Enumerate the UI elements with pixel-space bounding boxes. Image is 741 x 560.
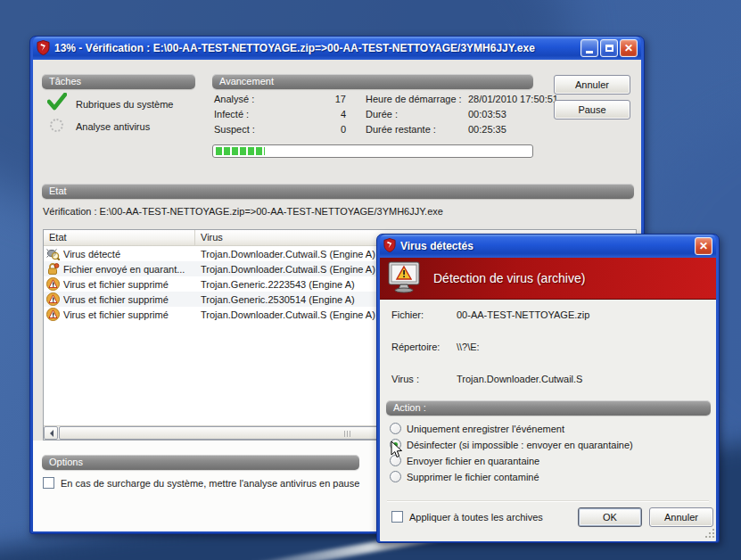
stat-label: Durée restante : bbox=[366, 124, 436, 135]
thumb-grip-icon bbox=[344, 431, 351, 437]
action-section-header: Action : bbox=[386, 400, 711, 416]
row-virus: Trojan.Generic.2530514 (Engine A) bbox=[195, 294, 355, 305]
stat-label: Durée : bbox=[366, 109, 398, 119]
directory-label: Répertoire: bbox=[391, 342, 440, 352]
radio-option-log-only[interactable]: Uniquement enregistrer l'événement bbox=[390, 422, 564, 435]
apply-all-archives-checkbox[interactable] bbox=[391, 511, 403, 523]
scan-progress-fill bbox=[216, 147, 265, 155]
pause-on-load-label: En cas de surcharge du système, mettre l… bbox=[61, 478, 359, 489]
file-value: 00-AA-TEST-NETTOYAGE.zip bbox=[457, 309, 589, 320]
dialog-cancel-button[interactable]: Annuler bbox=[649, 507, 713, 527]
virus-detection-banner: Détection de virus (archive) bbox=[380, 258, 716, 300]
file-label: Fichier: bbox=[391, 309, 424, 320]
stat-label: Infecté : bbox=[214, 109, 249, 119]
stat-row: Suspect : 0 Durée restante : 00:25:35 bbox=[212, 124, 631, 138]
divider bbox=[387, 500, 709, 501]
radio-label: Désinfecter (si impossible : envoyer en … bbox=[407, 440, 633, 450]
app-shield-icon bbox=[383, 238, 396, 254]
row-status: Virus détecté bbox=[63, 249, 120, 259]
close-button[interactable]: ✕ bbox=[620, 39, 638, 57]
close-icon: ✕ bbox=[624, 43, 633, 54]
task-item-antivirus: Analyse antivirus bbox=[76, 121, 150, 132]
desktop: 13% - Vérification : E:\00-AA-TEST-NETTO… bbox=[0, 0, 741, 560]
status-section-header: Etat bbox=[42, 184, 634, 199]
main-window-title: 13% - Vérification : E:\00-AA-TEST-NETTO… bbox=[54, 42, 576, 54]
resize-grip[interactable] bbox=[704, 528, 715, 540]
row-status: Virus et fichier supprimé bbox=[63, 279, 169, 290]
stat-label: Suspect : bbox=[214, 124, 255, 135]
scroll-left-button[interactable] bbox=[44, 426, 58, 440]
app-shield-icon bbox=[37, 40, 50, 57]
row-status: Fichier envoyé en quarant... bbox=[63, 264, 185, 275]
minimize-icon bbox=[586, 51, 593, 54]
minimize-button[interactable] bbox=[580, 39, 598, 57]
row-virus: Trojan.Downloader.Cutwail.S (Engine A) bbox=[195, 249, 375, 259]
scan-progress-bar bbox=[212, 144, 533, 158]
warning-icon bbox=[46, 277, 60, 291]
directory-value: \\?\E: bbox=[457, 342, 480, 352]
radio-label: Envoyer fichier en quarantaine bbox=[407, 456, 539, 466]
row-virus: Trojan.Downloader.Cutwail.S (Engine A) bbox=[195, 264, 375, 275]
monitor-warning-icon bbox=[387, 260, 424, 296]
stat-value: 4 bbox=[297, 109, 346, 119]
dialog-close-button[interactable]: ✕ bbox=[695, 237, 712, 255]
mouse-cursor bbox=[391, 441, 403, 461]
spinner-icon bbox=[50, 119, 63, 132]
main-window-titlebar[interactable]: 13% - Vérification : E:\00-AA-TEST-NETTO… bbox=[33, 37, 641, 60]
row-virus: Trojan.Downloader.Cutwail.S (Engine A) bbox=[195, 309, 375, 320]
arrow-left-icon bbox=[46, 430, 54, 437]
radio-icon bbox=[390, 471, 401, 482]
maximize-icon bbox=[605, 45, 613, 52]
cancel-scan-button[interactable]: Annuler bbox=[554, 75, 630, 95]
quarantine-lock-icon bbox=[46, 262, 60, 276]
maximize-button[interactable] bbox=[600, 39, 618, 57]
row-status: Virus et fichier supprimé bbox=[63, 309, 169, 320]
stat-label: Analysé : bbox=[214, 94, 254, 104]
current-scan-path: Vérification : E:\00-AA-TEST-NETTOYAGE.z… bbox=[43, 206, 443, 217]
warning-icon bbox=[46, 308, 60, 321]
column-header-virus[interactable]: Virus bbox=[195, 230, 226, 245]
progress-section-header: Avancement bbox=[212, 74, 533, 89]
radio-label: Uniquement enregistrer l'événement bbox=[407, 424, 564, 434]
stat-value: 00:03:53 bbox=[468, 109, 506, 119]
pause-on-load-checkbox[interactable] bbox=[43, 477, 54, 489]
row-virus: Trojan.Generic.2223543 (Engine A) bbox=[195, 279, 355, 290]
virus-value: Trojan.Downloader.Cutwail.S bbox=[457, 374, 582, 384]
radio-icon bbox=[390, 423, 401, 434]
stat-value: 0 bbox=[297, 124, 346, 135]
column-header-etat[interactable]: Etat bbox=[44, 230, 195, 245]
radio-option-disinfect[interactable]: Désinfecter (si impossible : envoyer en … bbox=[390, 438, 633, 451]
close-icon: ✕ bbox=[699, 241, 708, 251]
dialog-title: Virus détectés bbox=[400, 240, 690, 252]
task-item-system: Rubriques du système bbox=[76, 99, 173, 110]
radio-option-delete[interactable]: Supprimer le fichier contaminé bbox=[390, 470, 539, 483]
dialog-titlebar[interactable]: Virus détectés ✕ bbox=[380, 235, 716, 258]
stat-value: 00:25:35 bbox=[468, 124, 506, 135]
stat-label: Heure de démarrage : bbox=[366, 94, 462, 104]
stat-value: 17 bbox=[297, 94, 346, 104]
virus-detected-icon bbox=[46, 247, 60, 260]
apply-all-archives-label: Appliquer à toutes les archives bbox=[409, 512, 543, 523]
radio-label: Supprimer le fichier contaminé bbox=[407, 472, 539, 482]
tasks-section-header: Tâches bbox=[42, 74, 195, 89]
row-status: Virus et fichier supprimé bbox=[63, 294, 169, 305]
radio-option-quarantine[interactable]: Envoyer fichier en quarantaine bbox=[390, 454, 539, 467]
banner-title: Détection de virus (archive) bbox=[433, 271, 585, 285]
options-section-header: Options bbox=[42, 455, 359, 470]
stat-value: 28/01/2010 17:50:51 bbox=[468, 94, 558, 104]
ok-button[interactable]: OK bbox=[578, 507, 642, 527]
virus-dialog: Virus détectés ✕ Détec bbox=[376, 234, 720, 543]
warning-icon bbox=[46, 292, 60, 306]
virus-label: Virus : bbox=[391, 374, 419, 384]
check-icon bbox=[47, 93, 67, 112]
pause-scan-button[interactable]: Pause bbox=[554, 100, 630, 119]
